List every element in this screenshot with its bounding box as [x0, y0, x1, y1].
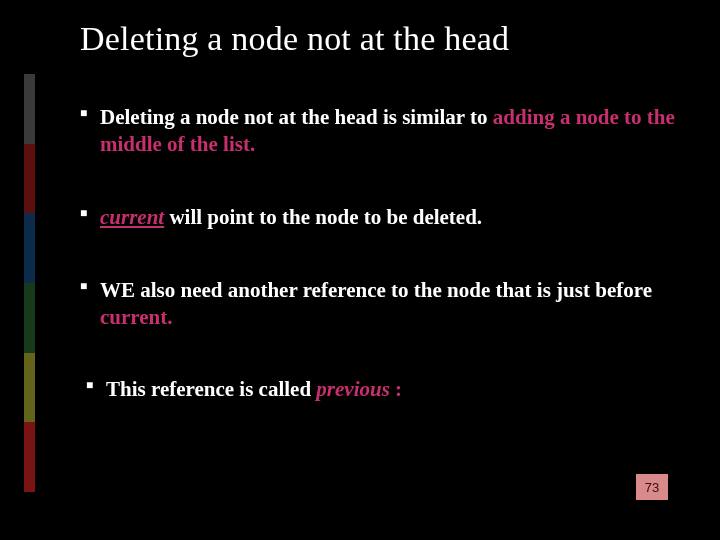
slide-title: Deleting a node not at the head [80, 20, 509, 58]
bullet-accent-italic: previous [316, 377, 390, 401]
bullet-accent-italic: current [100, 205, 164, 229]
accent-seg [24, 74, 35, 144]
bullet-text: This reference is called [106, 377, 316, 401]
bullet-item: This reference is called previous : [86, 376, 680, 403]
accent-seg [24, 213, 35, 283]
slide-content: Deleting a node not at the head is simil… [80, 104, 680, 449]
bullet-text: WE also need another reference to the no… [100, 278, 652, 302]
accent-bar [24, 74, 35, 492]
accent-seg [24, 283, 35, 353]
bullet-accent-text: current. [100, 305, 173, 329]
bullet-item: WE also need another reference to the no… [80, 277, 680, 331]
accent-seg [24, 422, 35, 492]
accent-seg [24, 144, 35, 214]
slide: Deleting a node not at the head Deleting… [0, 0, 720, 540]
bullet-text: Deleting a node not at the head is simil… [100, 105, 493, 129]
accent-seg [24, 353, 35, 423]
bullet-item: Deleting a node not at the head is simil… [80, 104, 680, 158]
page-number: 73 [636, 474, 668, 500]
bullet-item: current will point to the node to be del… [80, 204, 680, 231]
bullet-accent-text: : [390, 377, 402, 401]
bullet-text: will point to the node to be deleted. [169, 205, 482, 229]
